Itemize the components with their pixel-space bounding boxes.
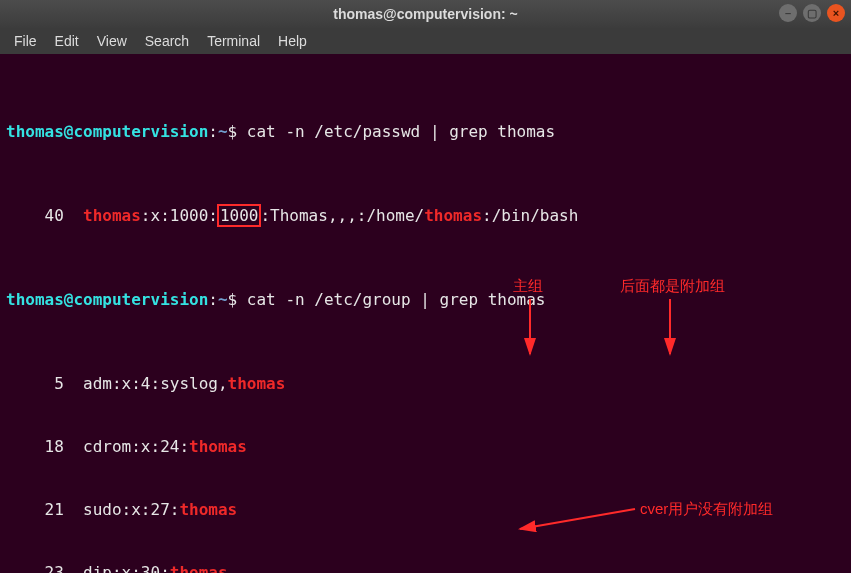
window-title: thomas@computervision: ~: [333, 6, 517, 22]
cmd-2: cat -n /etc/group | grep thomas: [237, 290, 545, 309]
group-row: 18 cdrom:x:24:thomas: [6, 436, 845, 457]
passwd-thomas-line: 40 thomas:x:1000:1000:Thomas,,,:/home/th…: [6, 205, 845, 226]
prompt-line-1: thomas@computervision:~$ cat -n /etc/pas…: [6, 121, 845, 142]
menu-search[interactable]: Search: [137, 31, 197, 51]
minimize-button[interactable]: –: [779, 4, 797, 22]
group-row: 5 adm:x:4:syslog,thomas: [6, 373, 845, 394]
cmd-1: cat -n /etc/passwd | grep thomas: [237, 122, 555, 141]
terminal-area[interactable]: thomas@computervision:~$ cat -n /etc/pas…: [0, 54, 851, 573]
menu-help[interactable]: Help: [270, 31, 315, 51]
titlebar: thomas@computervision: ~ – ▢ ×: [0, 0, 851, 28]
menu-edit[interactable]: Edit: [47, 31, 87, 51]
window-controls: – ▢ ×: [779, 4, 845, 22]
prompt-path: ~: [218, 122, 228, 141]
gid-box: 1000: [217, 204, 262, 227]
prompt-dollar: $: [228, 122, 238, 141]
menubar: File Edit View Search Terminal Help: [0, 28, 851, 54]
menu-view[interactable]: View: [89, 31, 135, 51]
prompt-line-2: thomas@computervision:~$ cat -n /etc/gro…: [6, 289, 845, 310]
maximize-button[interactable]: ▢: [803, 4, 821, 22]
close-button[interactable]: ×: [827, 4, 845, 22]
menu-terminal[interactable]: Terminal: [199, 31, 268, 51]
group-row: 23 dip:x:30:thomas: [6, 562, 845, 573]
menu-file[interactable]: File: [6, 31, 45, 51]
group-row: 21 sudo:x:27:thomas: [6, 499, 845, 520]
prompt-userhost: thomas@computervision: [6, 122, 208, 141]
